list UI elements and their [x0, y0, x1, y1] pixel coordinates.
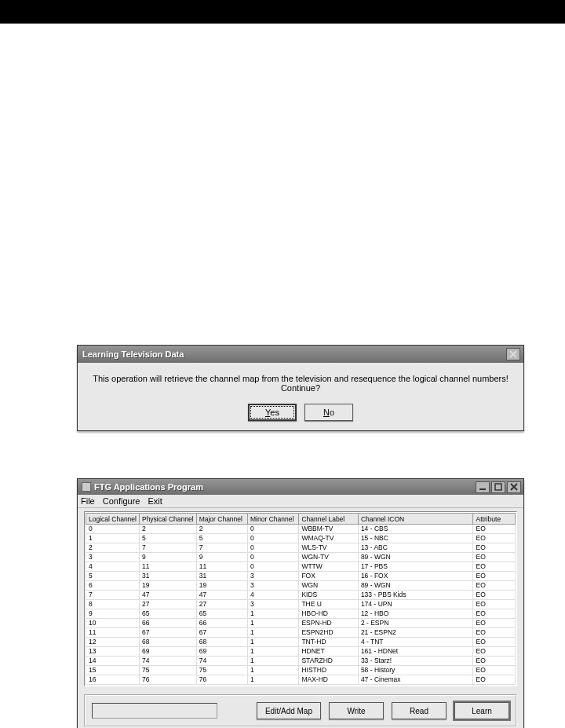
- cell-icon: 2 - ESPN: [358, 619, 473, 628]
- cell-label: FOX: [299, 572, 358, 581]
- table-row[interactable]: 1369691HDNET161 - HDNetEO: [86, 647, 516, 657]
- table-row[interactable]: 3990WGN-TV89 - WGNEO: [86, 553, 516, 562]
- minimize-icon[interactable]: [476, 481, 490, 493]
- write-button[interactable]: Write: [329, 702, 384, 719]
- table-row[interactable]: 2770WLS-TV13 - ABCEO: [86, 543, 516, 553]
- app-icon: [82, 482, 91, 492]
- dialog-message: This operation will retrieve the channel…: [87, 374, 514, 393]
- table-row[interactable]: 411110WTTW17 - PBSEO: [86, 562, 516, 572]
- cell-attr: EO: [473, 525, 516, 534]
- table-row[interactable]: 1474741STARZHD33 - Starz!EO: [86, 657, 516, 666]
- close-icon[interactable]: [506, 348, 520, 360]
- cell-logical: 15: [86, 666, 140, 675]
- table-row[interactable]: 1167671ESPN2HD21 - ESPN2EO: [86, 628, 516, 638]
- cell-icon: 161 - HDNet: [358, 647, 473, 657]
- table-row[interactable]: 747474KIDS133 - PBS KidsEO: [86, 591, 516, 600]
- cell-logical: 0: [86, 525, 140, 534]
- close-window-icon[interactable]: [507, 481, 521, 493]
- yes-button[interactable]: Yes: [248, 404, 297, 421]
- table-row[interactable]: 965651HBO-HD12 - HBOEO: [86, 609, 516, 619]
- action-panel: Edit/Add Map Write Read Learn: [84, 694, 517, 727]
- learning-television-dialog: Learning Television Data This operation …: [77, 345, 524, 431]
- cell-major: 31: [196, 572, 247, 581]
- cell-icon: 89 - WGN: [358, 581, 473, 591]
- cell-label: HDNET: [299, 647, 358, 657]
- cell-logical: 3: [86, 553, 140, 562]
- cell-minor: 0: [248, 553, 299, 562]
- cell-logical: 6: [86, 581, 140, 591]
- read-button[interactable]: Read: [392, 702, 447, 719]
- cell-attr: EO: [473, 572, 516, 581]
- cell-attr: EO: [473, 628, 516, 638]
- table-row[interactable]: 1676761MAX-HD47 - CinemaxEO: [86, 675, 516, 685]
- cell-minor: 1: [248, 675, 299, 685]
- cell-label: TNT-HD: [299, 638, 358, 647]
- cell-physical: 69: [139, 647, 196, 657]
- cell-icon: 12 - HBO: [358, 609, 473, 619]
- cell-minor: 1: [248, 647, 299, 657]
- dialog-titlebar[interactable]: Learning Television Data: [78, 346, 523, 363]
- cell-major: 27: [196, 600, 247, 609]
- table-row[interactable]: 827273THE U174 - UPNEO: [86, 600, 516, 609]
- page-black-strip: [0, 0, 565, 24]
- cell-icon: 47 - Cinemax: [358, 675, 473, 685]
- table-row[interactable]: 1066661ESPN-HD2 - ESPNEO: [86, 619, 516, 628]
- cell-minor: 3: [248, 600, 299, 609]
- cell-attr: EO: [473, 657, 516, 666]
- col-attr[interactable]: Attribute: [473, 514, 516, 525]
- menu-exit[interactable]: Exit: [148, 496, 162, 506]
- cell-label: ESPN-HD: [299, 619, 358, 628]
- cell-major: 19: [196, 581, 247, 591]
- cell-physical: 66: [139, 619, 196, 628]
- menu-configure[interactable]: Configure: [103, 496, 140, 506]
- col-physical[interactable]: Physical Channel: [139, 514, 196, 525]
- cell-physical: 68: [139, 638, 196, 647]
- learn-button[interactable]: Learn: [454, 702, 509, 719]
- cell-major: 11: [196, 562, 247, 572]
- read-label: Read: [410, 707, 428, 715]
- cell-logical: 14: [86, 657, 140, 666]
- dialog-title: Learning Television Data: [82, 349, 506, 359]
- table-row[interactable]: 0220WBBM-TV14 - CBSEO: [86, 525, 516, 534]
- col-minor[interactable]: Minor Channel: [248, 514, 299, 525]
- cell-logical: 4: [86, 562, 140, 572]
- cell-minor: 3: [248, 581, 299, 591]
- channel-grid[interactable]: Logical Channel Physical Channel Major C…: [84, 511, 517, 686]
- cell-minor: 0: [248, 543, 299, 553]
- table-row[interactable]: 531313FOX16 - FOXEO: [86, 572, 516, 581]
- cell-icon: 17 - PBS: [358, 562, 473, 572]
- table-row[interactable]: 619193WGN89 - WGNEO: [86, 581, 516, 591]
- cell-physical: 19: [139, 581, 196, 591]
- table-row[interactable]: 1575751HISTHD58 - HistoryEO: [86, 666, 516, 675]
- cell-minor: 0: [248, 525, 299, 534]
- cell-label: WLS-TV: [299, 543, 358, 553]
- cell-major: 74: [196, 657, 247, 666]
- cell-minor: 1: [248, 628, 299, 638]
- svg-rect-0: [479, 488, 486, 490]
- maximize-icon[interactable]: [491, 481, 505, 493]
- cell-attr: EO: [473, 591, 516, 600]
- col-logical[interactable]: Logical Channel: [86, 514, 140, 525]
- edit-add-map-button[interactable]: Edit/Add Map: [257, 702, 321, 719]
- cell-icon: 21 - ESPN2: [358, 628, 473, 638]
- cell-icon: 16 - FOX: [358, 572, 473, 581]
- cell-physical: 31: [139, 572, 196, 581]
- cell-physical: 11: [139, 562, 196, 572]
- cell-logical: 11: [86, 628, 140, 638]
- cell-minor: 1: [248, 666, 299, 675]
- no-button[interactable]: No: [304, 404, 353, 421]
- menu-file[interactable]: File: [81, 496, 95, 506]
- cell-label: KIDS: [299, 591, 358, 600]
- cell-major: 65: [196, 609, 247, 619]
- cell-physical: 74: [139, 657, 196, 666]
- cell-physical: 47: [139, 591, 196, 600]
- col-major[interactable]: Major Channel: [196, 514, 247, 525]
- table-row[interactable]: 1550WMAQ-TV15 - NBCEO: [86, 534, 516, 543]
- cell-major: 75: [196, 666, 247, 675]
- cell-attr: EO: [473, 638, 516, 647]
- col-icon[interactable]: Channel ICON: [358, 514, 473, 525]
- cell-minor: 1: [248, 609, 299, 619]
- table-row[interactable]: 1268681TNT-HD4 - TNTEO: [86, 638, 516, 647]
- col-label[interactable]: Channel Label: [299, 514, 358, 525]
- main-titlebar[interactable]: FTG Applications Program: [78, 479, 523, 495]
